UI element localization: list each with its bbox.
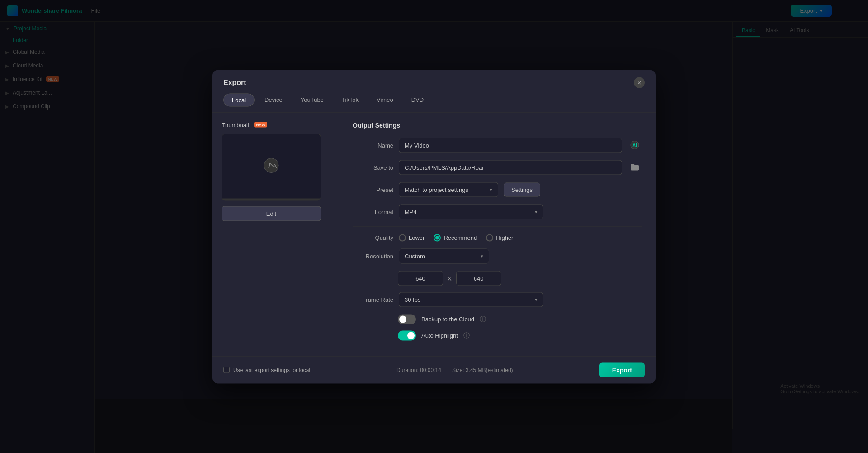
nav-tab-vimeo[interactable]: Vimeo xyxy=(368,93,401,106)
use-last-label: Use last export settings for local xyxy=(223,367,310,373)
frame-rate-row: Frame Rate 30 fps ▾ xyxy=(353,292,642,307)
resolution-select[interactable]: Custom ▾ xyxy=(399,248,489,263)
thumbnail-label: Thumbnail: NEW xyxy=(222,121,330,128)
chevron-down-icon: ▾ xyxy=(481,253,483,259)
ai-button[interactable]: AI xyxy=(627,138,642,153)
settings-button[interactable]: Settings xyxy=(504,182,540,196)
thumbnail-progress-bar xyxy=(222,198,321,200)
nav-tab-device[interactable]: Device xyxy=(256,93,291,106)
quality-recommend-label: Recommend xyxy=(443,234,477,241)
resolution-separator: X xyxy=(448,275,452,281)
format-select[interactable]: MP4 ▾ xyxy=(399,204,543,219)
duration-info: Duration: 00:00:14 xyxy=(396,367,441,373)
frame-rate-label: Frame Rate xyxy=(353,296,393,303)
resolution-height-input[interactable] xyxy=(456,271,501,286)
footer-info: Duration: 00:00:14 Size: 3.45 MB(estimat… xyxy=(396,367,513,373)
frame-rate-select[interactable]: 30 fps ▾ xyxy=(399,292,543,307)
preset-label: Preset xyxy=(353,186,393,193)
thumbnail-section: Thumbnail: NEW Edit xyxy=(212,112,339,356)
auto-highlight-info-icon[interactable]: ⓘ xyxy=(463,331,470,339)
preset-row: Preset Match to project settings ▾ Setti… xyxy=(353,182,642,197)
radio-lower-outer xyxy=(399,234,406,241)
toggle-knob xyxy=(399,315,406,323)
backup-cloud-toggle[interactable] xyxy=(398,314,416,324)
thumbnail-box[interactable] xyxy=(222,134,321,200)
quality-row: Quality Lower Recommend Higher xyxy=(353,234,642,241)
svg-point-1 xyxy=(269,163,270,165)
resolution-row: Resolution Custom ▾ xyxy=(353,248,642,263)
radio-recommend-inner xyxy=(435,236,439,239)
chevron-down-icon: ▾ xyxy=(490,186,492,192)
svg-point-0 xyxy=(264,158,278,173)
output-settings-section: Output Settings Name AI Save to xyxy=(339,112,656,356)
radio-recommend-outer xyxy=(434,234,441,241)
divider xyxy=(353,226,642,227)
quality-radio-group: Lower Recommend Higher xyxy=(399,234,513,241)
nav-tab-youtube[interactable]: YouTube xyxy=(292,93,332,106)
chevron-down-icon: ▾ xyxy=(535,209,538,215)
name-row: Name AI xyxy=(353,138,642,153)
name-input[interactable] xyxy=(399,138,622,153)
radio-higher-outer xyxy=(486,234,493,241)
auto-highlight-toggle[interactable] xyxy=(398,330,416,340)
size-info: Size: 3.45 MB(estimated) xyxy=(452,367,513,373)
auto-highlight-label: Auto Highlight xyxy=(421,332,458,339)
dialog-close-button[interactable]: × xyxy=(634,77,645,88)
export-dialog: Export × Local Device YouTube TikTok Vim… xyxy=(212,70,656,383)
backup-cloud-label: Backup to the Cloud xyxy=(421,316,474,323)
svg-text:AI: AI xyxy=(632,143,637,148)
resolution-label: Resolution xyxy=(353,253,393,259)
save-to-input[interactable] xyxy=(399,160,622,175)
format-label: Format xyxy=(353,208,393,215)
export-button[interactable]: Export xyxy=(599,362,645,377)
quality-recommend[interactable]: Recommend xyxy=(434,234,477,241)
format-row: Format MP4 ▾ xyxy=(353,204,642,219)
auto-highlight-row: Auto Highlight ⓘ xyxy=(398,330,642,340)
nav-tab-dvd[interactable]: DVD xyxy=(403,93,432,106)
nav-tab-tiktok[interactable]: TikTok xyxy=(334,93,367,106)
dialog-body: Thumbnail: NEW Edit Output xyxy=(212,112,656,356)
folder-button[interactable] xyxy=(627,160,642,175)
save-to-row: Save to xyxy=(353,160,642,175)
quality-higher-label: Higher xyxy=(496,234,513,241)
dialog-nav-tabs: Local Device YouTube TikTok Vimeo DVD xyxy=(212,88,656,112)
dialog-title: Export xyxy=(223,78,246,86)
thumbnail-edit-button[interactable]: Edit xyxy=(222,206,321,221)
preset-select[interactable]: Match to project settings ▾ xyxy=(399,182,498,197)
output-settings-title: Output Settings xyxy=(353,121,642,129)
thumbnail-edit-icon xyxy=(263,157,279,177)
backup-cloud-row: Backup to the Cloud ⓘ xyxy=(398,314,642,324)
dialog-header: Export × xyxy=(212,70,656,88)
backup-cloud-info-icon[interactable]: ⓘ xyxy=(480,315,486,323)
dialog-footer: Use last export settings for local Durat… xyxy=(212,356,656,383)
nav-tab-local[interactable]: Local xyxy=(223,93,255,106)
chevron-down-icon: ▾ xyxy=(535,296,538,302)
quality-label: Quality xyxy=(353,234,393,241)
name-label: Name xyxy=(353,142,393,148)
resolution-inputs: X xyxy=(398,271,642,286)
quality-higher[interactable]: Higher xyxy=(486,234,513,241)
quality-lower[interactable]: Lower xyxy=(399,234,425,241)
resolution-width-input[interactable] xyxy=(398,271,443,286)
thumbnail-new-badge: NEW xyxy=(254,122,267,128)
save-to-label: Save to xyxy=(353,164,393,171)
use-last-checkbox[interactable] xyxy=(223,367,230,373)
toggle-knob xyxy=(407,332,415,339)
quality-lower-label: Lower xyxy=(409,234,425,241)
